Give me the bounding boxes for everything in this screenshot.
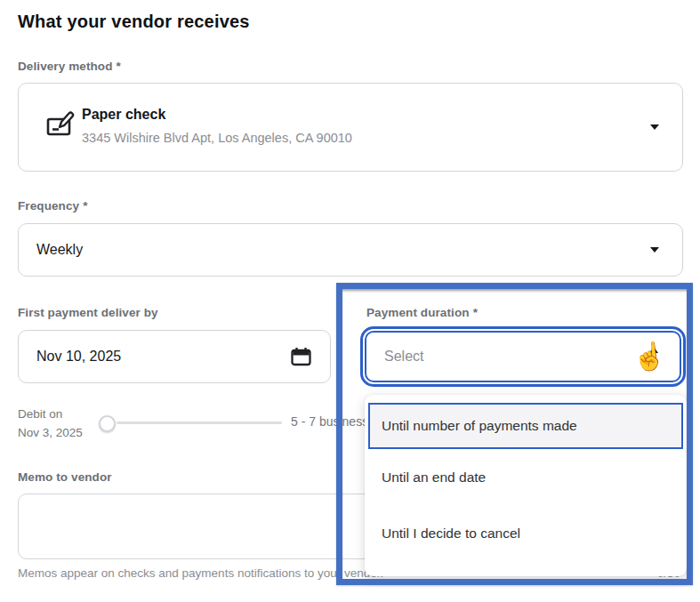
required-asterisk: * (83, 199, 87, 213)
page-title: What your vendor receives (18, 12, 250, 32)
timeline-start-dot (99, 415, 116, 432)
memo-label: Memo to vendor (18, 470, 112, 484)
payment-duration-menu: Until number of payments made Until an e… (365, 395, 687, 576)
hand-pointer-cursor: ☝ (632, 341, 667, 372)
debit-date: Nov 3, 2025 (18, 426, 83, 439)
menu-option-until-number-of-payments[interactable]: Until number of payments made (368, 403, 683, 449)
frequency-label: Frequency* (18, 199, 88, 213)
menu-option-until-end-date[interactable]: Until an end date (365, 449, 687, 505)
frequency-select[interactable]: Weekly (18, 223, 683, 277)
chevron-down-icon (650, 247, 659, 253)
frequency-label-text: Frequency (18, 199, 79, 213)
check-edit-icon (45, 109, 77, 140)
delivery-method-value: Paper check (82, 107, 165, 123)
calendar-icon[interactable] (290, 346, 312, 367)
timeline-track (117, 421, 282, 424)
payment-duration-label-text: Payment duration (366, 306, 470, 319)
frequency-value: Weekly (36, 242, 83, 258)
required-asterisk: * (117, 60, 121, 73)
first-payment-label: First payment deliver by (18, 306, 158, 319)
menu-option-until-cancel[interactable]: Until I decide to cancel (365, 505, 687, 561)
debit-on-label: Debit on (18, 407, 62, 421)
payment-duration-label: Payment duration* (366, 306, 478, 319)
delivery-method-address: 3345 Wilshire Blvd Apt, Los Angeles, CA … (82, 131, 352, 145)
required-asterisk: * (473, 306, 478, 319)
delivery-method-select[interactable]: Paper check 3345 Wilshire Blvd Apt, Los … (18, 83, 683, 172)
delivery-method-label-text: Delivery method (18, 60, 113, 73)
chevron-down-icon (650, 124, 659, 130)
payment-duration-placeholder: Select (384, 349, 423, 365)
memo-helper-text: Memos appear on checks and payments noti… (18, 566, 383, 580)
first-payment-date-value: Nov 10, 2025 (36, 349, 121, 365)
delivery-method-label: Delivery method* (18, 60, 121, 73)
first-payment-date-input[interactable]: Nov 10, 2025 (18, 330, 331, 383)
